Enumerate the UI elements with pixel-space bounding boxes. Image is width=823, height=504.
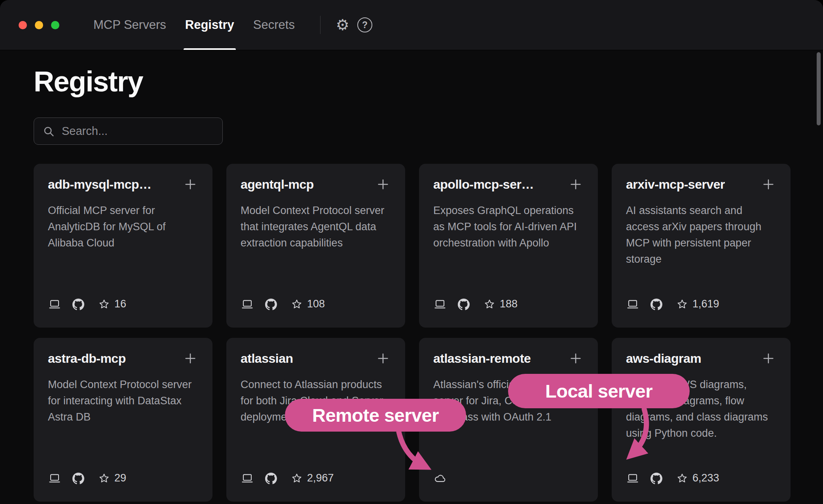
server-meta: 108: [241, 298, 325, 310]
server-meta: 188: [433, 298, 518, 310]
server-card-apollo[interactable]: apollo-mcp-ser… Exposes GraphQL operatio…: [419, 164, 598, 328]
server-name: arxiv-mcp-server: [626, 177, 725, 192]
page-title: Registry: [34, 65, 823, 98]
star-rating: 29: [99, 472, 126, 484]
search-input[interactable]: [62, 125, 214, 138]
server-name: adb-mysql-mcp…: [48, 177, 151, 192]
server-description: AI assistants search and access arXiv pa…: [626, 203, 776, 267]
star-count: 1,619: [692, 298, 719, 310]
laptop-icon: [241, 472, 254, 484]
search-box[interactable]: [34, 117, 223, 145]
star-icon: [484, 299, 495, 310]
server-name: apollo-mcp-ser…: [433, 177, 534, 192]
server-grid: adb-mysql-mcp… Official MCP server for A…: [34, 164, 823, 502]
scrollbar-thumb[interactable]: [817, 52, 821, 125]
server-card-aws-diagram[interactable]: aws-diagram Generate AWS diagrams, seque…: [612, 338, 791, 502]
star-count: 16: [114, 298, 126, 310]
server-meta: 1,619: [626, 298, 719, 310]
main-nav: MCP Servers Registry Secrets: [84, 0, 304, 50]
plus-icon: [376, 178, 390, 191]
cloud-icon: [433, 472, 447, 484]
registry-page: Registry adb-mysql-mcp… Official MCP ser…: [0, 50, 823, 502]
star-rating: 6,233: [677, 472, 719, 484]
add-server-button[interactable]: [568, 351, 584, 366]
nav-divider: [320, 16, 320, 34]
server-meta: 29: [48, 472, 126, 484]
server-name: aws-diagram: [626, 351, 701, 366]
star-icon: [677, 299, 688, 310]
server-name: atlassian-remote: [433, 351, 531, 366]
settings-button[interactable]: ⚙: [332, 17, 354, 32]
github-icon[interactable]: [650, 472, 662, 484]
app-window: MCP Servers Registry Secrets ⚙ ? Registr…: [0, 0, 823, 504]
title-bar: MCP Servers Registry Secrets ⚙ ?: [0, 0, 823, 50]
star-count: 188: [500, 298, 518, 310]
tab-mcp-servers[interactable]: MCP Servers: [93, 0, 166, 50]
laptop-icon: [626, 298, 639, 310]
add-server-button[interactable]: [375, 176, 391, 192]
plus-icon: [184, 178, 197, 191]
add-server-button[interactable]: [375, 351, 391, 366]
server-description: Generate AWS diagrams, sequence diagrams…: [626, 377, 776, 441]
zoom-window-button[interactable]: [51, 21, 59, 29]
star-rating: 108: [291, 298, 325, 310]
star-icon: [99, 299, 110, 310]
add-server-button[interactable]: [568, 176, 584, 192]
plus-icon: [376, 352, 390, 365]
plus-icon: [569, 178, 582, 191]
server-card-agentql[interactable]: agentql-mcp Model Context Protocol serve…: [226, 164, 405, 328]
github-icon[interactable]: [265, 298, 277, 310]
star-rating: 16: [99, 298, 126, 310]
server-card-astra-db[interactable]: astra-db-mcp Model Context Protocol serv…: [34, 338, 212, 502]
github-icon[interactable]: [72, 298, 84, 310]
server-card-atlassian[interactable]: atlassian Connect to Atlassian products …: [226, 338, 405, 502]
server-meta: [433, 472, 447, 484]
window-controls: [19, 0, 59, 50]
add-server-button[interactable]: [760, 176, 776, 192]
search-icon: [43, 125, 55, 137]
server-meta: 16: [48, 298, 126, 310]
server-card-arxiv[interactable]: arxiv-mcp-server AI assistants search an…: [612, 164, 791, 328]
add-server-button[interactable]: [182, 176, 198, 192]
add-server-button[interactable]: [182, 351, 198, 366]
server-card-adb-mysql[interactable]: adb-mysql-mcp… Official MCP server for A…: [34, 164, 212, 328]
tab-secrets[interactable]: Secrets: [253, 0, 295, 50]
gear-icon: ⚙: [336, 17, 349, 32]
laptop-icon: [626, 472, 639, 484]
github-icon[interactable]: [650, 298, 662, 310]
server-meta: 6,233: [626, 472, 719, 484]
plus-icon: [184, 352, 197, 365]
server-name: agentql-mcp: [241, 177, 314, 192]
laptop-icon: [48, 298, 61, 310]
plus-icon: [569, 352, 582, 365]
star-rating: 1,619: [677, 298, 719, 310]
help-icon: ?: [357, 17, 372, 32]
star-icon: [677, 473, 688, 484]
github-icon[interactable]: [72, 472, 84, 484]
server-description: Atlassian's official remote server for J…: [433, 377, 584, 425]
laptop-icon: [433, 298, 447, 310]
plus-icon: [762, 352, 775, 365]
star-count: 6,233: [692, 472, 719, 484]
close-window-button[interactable]: [19, 21, 27, 29]
server-meta: 2,967: [241, 472, 334, 484]
server-name: atlassian: [241, 351, 293, 366]
star-rating: 2,967: [291, 472, 334, 484]
server-description: Exposes GraphQL operations as MCP tools …: [433, 203, 584, 251]
server-name: astra-db-mcp: [48, 351, 126, 366]
server-description: Model Context Protocol server that integ…: [241, 203, 391, 251]
minimize-window-button[interactable]: [35, 21, 43, 29]
github-icon[interactable]: [458, 298, 470, 310]
server-description: Connect to Atlassian products for both J…: [241, 377, 391, 425]
star-count: 2,967: [307, 472, 334, 484]
server-card-atlassian-remote[interactable]: atlassian-remote Atlassian's official re…: [419, 338, 598, 502]
help-button[interactable]: ?: [354, 17, 376, 32]
laptop-icon: [48, 472, 61, 484]
star-icon: [99, 473, 110, 484]
star-rating: 188: [484, 298, 518, 310]
star-count: 29: [114, 472, 126, 484]
tab-registry[interactable]: Registry: [185, 0, 234, 50]
github-icon[interactable]: [265, 472, 277, 484]
star-count: 108: [307, 298, 325, 310]
add-server-button[interactable]: [760, 351, 776, 366]
